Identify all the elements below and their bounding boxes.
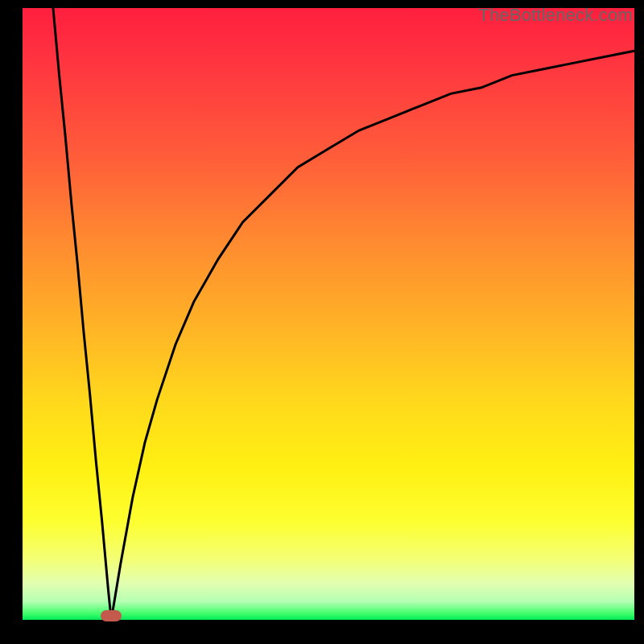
curve-left-branch xyxy=(53,8,111,620)
minimum-marker xyxy=(101,610,122,621)
curve-svg xyxy=(23,8,634,620)
curve-right-branch xyxy=(111,51,634,620)
plot-area xyxy=(23,8,634,620)
chart-frame: TheBottleneck.com xyxy=(0,0,644,644)
watermark-text: TheBottleneck.com xyxy=(478,5,633,26)
